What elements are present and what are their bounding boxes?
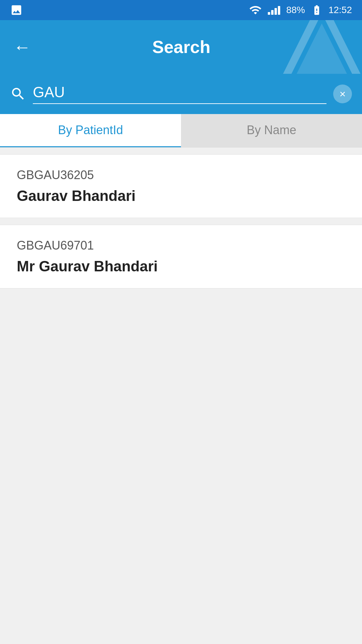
battery-percent: 88% bbox=[286, 5, 305, 15]
status-bar-left bbox=[10, 4, 23, 16]
battery-icon bbox=[311, 4, 322, 16]
search-input[interactable] bbox=[33, 84, 326, 104]
result-id-0: GBGAU36205 bbox=[17, 168, 345, 182]
search-icon bbox=[10, 86, 26, 102]
result-id-1: GBGAU69701 bbox=[17, 238, 345, 253]
result-card-1[interactable]: GBGAU69701 Mr Gaurav Bhandari bbox=[0, 225, 362, 288]
back-button[interactable]: ← bbox=[13, 37, 31, 57]
app-header: ← Search bbox=[0, 20, 362, 74]
result-name-1: Mr Gaurav Bhandari bbox=[17, 258, 345, 275]
signal-bars bbox=[268, 5, 280, 15]
image-icon bbox=[10, 4, 23, 16]
status-bar-right: 88% 12:52 bbox=[249, 4, 352, 16]
tab-by-name[interactable]: By Name bbox=[181, 114, 362, 147]
wifi-icon bbox=[249, 4, 262, 16]
results-container: GBGAU36205 Gaurav Bhandari GBGAU69701 Mr… bbox=[0, 148, 362, 302]
tab-by-patient-id[interactable]: By PatientId bbox=[0, 114, 181, 147]
search-tabs: By PatientId By Name bbox=[0, 114, 362, 148]
result-card-0[interactable]: GBGAU36205 Gaurav Bhandari bbox=[0, 154, 362, 218]
time-display: 12:52 bbox=[328, 5, 352, 15]
search-bar-container: × bbox=[0, 74, 362, 114]
clear-icon: × bbox=[340, 88, 346, 100]
page-title: Search bbox=[44, 37, 318, 57]
status-bar: 88% 12:52 bbox=[0, 0, 362, 20]
result-name-0: Gaurav Bhandari bbox=[17, 187, 345, 204]
search-clear-button[interactable]: × bbox=[333, 85, 352, 103]
